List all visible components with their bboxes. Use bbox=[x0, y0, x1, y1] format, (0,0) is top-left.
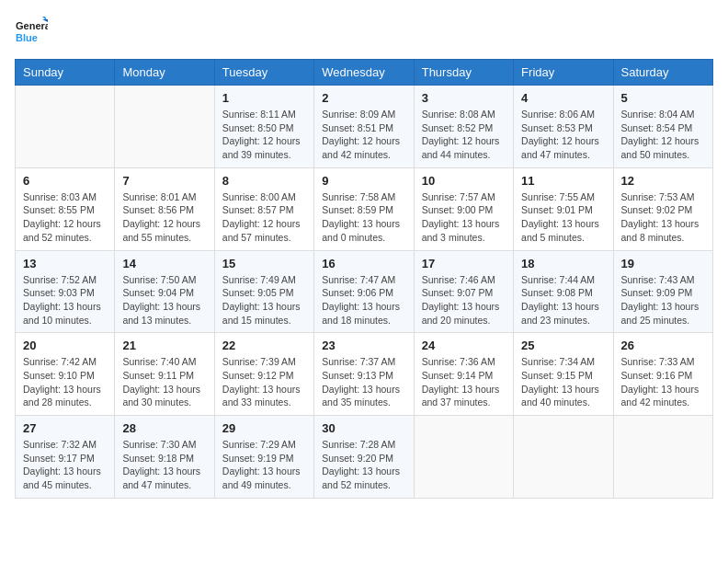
calendar-cell: 6Sunrise: 8:03 AMSunset: 8:55 PMDaylight… bbox=[16, 167, 115, 250]
calendar-cell: 1Sunrise: 8:11 AMSunset: 8:50 PMDaylight… bbox=[214, 86, 313, 168]
calendar-cell bbox=[613, 416, 712, 499]
calendar-header-friday: Friday bbox=[514, 60, 613, 86]
day-number: 9 bbox=[322, 174, 405, 188]
day-number: 22 bbox=[222, 339, 306, 352]
calendar-cell: 8Sunrise: 8:00 AMSunset: 8:57 PMDaylight… bbox=[214, 167, 313, 250]
day-number: 26 bbox=[621, 339, 705, 352]
calendar-week-2: 6Sunrise: 8:03 AMSunset: 8:55 PMDaylight… bbox=[16, 167, 713, 250]
day-number: 25 bbox=[521, 339, 605, 352]
day-number: 18 bbox=[521, 257, 605, 270]
calendar-table: SundayMondayTuesdayWednesdayThursdayFrid… bbox=[15, 59, 713, 499]
day-number: 27 bbox=[23, 421, 107, 435]
calendar-header-wednesday: Wednesday bbox=[314, 60, 414, 86]
calendar-header-tuesday: Tuesday bbox=[214, 60, 313, 86]
logo: General Blue bbox=[15, 15, 48, 48]
day-number: 30 bbox=[322, 421, 405, 435]
day-info: Sunrise: 7:46 AMSunset: 9:07 PMDaylight:… bbox=[422, 273, 506, 327]
day-number: 19 bbox=[621, 257, 705, 270]
day-info: Sunrise: 7:34 AMSunset: 9:15 PMDaylight:… bbox=[521, 355, 605, 409]
calendar-cell: 20Sunrise: 7:42 AMSunset: 9:10 PMDayligh… bbox=[16, 333, 115, 416]
calendar-cell: 7Sunrise: 8:01 AMSunset: 8:56 PMDaylight… bbox=[115, 167, 214, 250]
calendar-week-5: 27Sunrise: 7:32 AMSunset: 9:17 PMDayligh… bbox=[16, 416, 713, 499]
calendar-cell: 26Sunrise: 7:33 AMSunset: 9:16 PMDayligh… bbox=[613, 333, 712, 416]
day-number: 5 bbox=[621, 91, 705, 105]
day-info: Sunrise: 7:32 AMSunset: 9:17 PMDaylight:… bbox=[23, 438, 107, 492]
day-number: 4 bbox=[521, 91, 605, 105]
calendar-cell: 29Sunrise: 7:29 AMSunset: 9:19 PMDayligh… bbox=[214, 416, 313, 499]
calendar-cell: 12Sunrise: 7:53 AMSunset: 9:02 PMDayligh… bbox=[613, 167, 712, 250]
logo-svg: General Blue bbox=[15, 15, 48, 48]
day-number: 21 bbox=[122, 339, 206, 352]
calendar-cell: 28Sunrise: 7:30 AMSunset: 9:18 PMDayligh… bbox=[115, 416, 214, 499]
svg-text:General: General bbox=[16, 20, 48, 31]
calendar-cell: 9Sunrise: 7:58 AMSunset: 8:59 PMDaylight… bbox=[314, 167, 414, 250]
day-number: 8 bbox=[222, 174, 306, 188]
day-info: Sunrise: 7:37 AMSunset: 9:13 PMDaylight:… bbox=[322, 355, 405, 409]
day-info: Sunrise: 7:47 AMSunset: 9:06 PMDaylight:… bbox=[322, 273, 405, 327]
calendar-cell: 5Sunrise: 8:04 AMSunset: 8:54 PMDaylight… bbox=[613, 86, 712, 168]
day-number: 20 bbox=[23, 339, 107, 352]
day-number: 13 bbox=[23, 257, 107, 270]
day-info: Sunrise: 8:11 AMSunset: 8:50 PMDaylight:… bbox=[222, 108, 306, 162]
day-info: Sunrise: 7:28 AMSunset: 9:20 PMDaylight:… bbox=[322, 438, 405, 492]
calendar-cell: 14Sunrise: 7:50 AMSunset: 9:04 PMDayligh… bbox=[115, 250, 214, 333]
calendar-cell: 30Sunrise: 7:28 AMSunset: 9:20 PMDayligh… bbox=[314, 416, 414, 499]
calendar-cell: 19Sunrise: 7:43 AMSunset: 9:09 PMDayligh… bbox=[613, 250, 712, 333]
calendar-cell: 18Sunrise: 7:44 AMSunset: 9:08 PMDayligh… bbox=[514, 250, 613, 333]
calendar-cell bbox=[414, 416, 513, 499]
calendar-cell: 13Sunrise: 7:52 AMSunset: 9:03 PMDayligh… bbox=[16, 250, 115, 333]
day-info: Sunrise: 7:40 AMSunset: 9:11 PMDaylight:… bbox=[122, 355, 206, 409]
day-number: 12 bbox=[621, 174, 705, 188]
day-info: Sunrise: 8:03 AMSunset: 8:55 PMDaylight:… bbox=[23, 190, 107, 245]
day-info: Sunrise: 7:55 AMSunset: 9:01 PMDaylight:… bbox=[521, 190, 605, 245]
day-number: 17 bbox=[422, 257, 506, 270]
day-number: 11 bbox=[521, 174, 605, 188]
calendar-cell bbox=[115, 86, 214, 168]
day-info: Sunrise: 8:01 AMSunset: 8:56 PMDaylight:… bbox=[122, 190, 206, 245]
calendar-cell: 4Sunrise: 8:06 AMSunset: 8:53 PMDaylight… bbox=[514, 86, 613, 168]
day-info: Sunrise: 7:57 AMSunset: 9:00 PMDaylight:… bbox=[422, 190, 506, 245]
calendar-header-monday: Monday bbox=[115, 60, 214, 86]
calendar-cell: 17Sunrise: 7:46 AMSunset: 9:07 PMDayligh… bbox=[414, 250, 513, 333]
day-number: 3 bbox=[422, 91, 506, 105]
day-info: Sunrise: 7:42 AMSunset: 9:10 PMDaylight:… bbox=[23, 355, 107, 409]
day-number: 16 bbox=[322, 257, 405, 270]
day-number: 2 bbox=[322, 91, 405, 105]
calendar-cell: 3Sunrise: 8:08 AMSunset: 8:52 PMDaylight… bbox=[414, 86, 513, 168]
day-info: Sunrise: 7:29 AMSunset: 9:19 PMDaylight:… bbox=[222, 438, 306, 492]
calendar-cell bbox=[16, 86, 115, 168]
day-info: Sunrise: 8:00 AMSunset: 8:57 PMDaylight:… bbox=[222, 190, 306, 245]
day-info: Sunrise: 7:43 AMSunset: 9:09 PMDaylight:… bbox=[621, 273, 705, 327]
page-header: General Blue bbox=[15, 15, 713, 48]
calendar-header-row: SundayMondayTuesdayWednesdayThursdayFrid… bbox=[16, 60, 713, 86]
calendar-cell: 23Sunrise: 7:37 AMSunset: 9:13 PMDayligh… bbox=[314, 333, 414, 416]
day-number: 6 bbox=[23, 174, 107, 188]
svg-text:Blue: Blue bbox=[16, 32, 38, 43]
calendar-cell: 11Sunrise: 7:55 AMSunset: 9:01 PMDayligh… bbox=[514, 167, 613, 250]
day-number: 24 bbox=[422, 339, 506, 352]
day-number: 15 bbox=[222, 257, 306, 270]
day-info: Sunrise: 7:44 AMSunset: 9:08 PMDaylight:… bbox=[521, 273, 605, 327]
calendar-cell: 21Sunrise: 7:40 AMSunset: 9:11 PMDayligh… bbox=[115, 333, 214, 416]
calendar-cell: 24Sunrise: 7:36 AMSunset: 9:14 PMDayligh… bbox=[414, 333, 513, 416]
day-info: Sunrise: 7:52 AMSunset: 9:03 PMDaylight:… bbox=[23, 273, 107, 327]
day-number: 23 bbox=[322, 339, 405, 352]
day-info: Sunrise: 7:30 AMSunset: 9:18 PMDaylight:… bbox=[122, 438, 206, 492]
day-number: 29 bbox=[222, 421, 306, 435]
day-number: 7 bbox=[122, 174, 206, 188]
day-info: Sunrise: 8:08 AMSunset: 8:52 PMDaylight:… bbox=[422, 108, 506, 162]
day-number: 28 bbox=[122, 421, 206, 435]
day-info: Sunrise: 8:06 AMSunset: 8:53 PMDaylight:… bbox=[521, 108, 605, 162]
calendar-header-thursday: Thursday bbox=[414, 60, 513, 86]
day-info: Sunrise: 7:53 AMSunset: 9:02 PMDaylight:… bbox=[621, 190, 705, 245]
calendar-week-3: 13Sunrise: 7:52 AMSunset: 9:03 PMDayligh… bbox=[16, 250, 713, 333]
day-info: Sunrise: 8:09 AMSunset: 8:51 PMDaylight:… bbox=[322, 108, 405, 162]
calendar-cell: 27Sunrise: 7:32 AMSunset: 9:17 PMDayligh… bbox=[16, 416, 115, 499]
calendar-header-sunday: Sunday bbox=[16, 60, 115, 86]
calendar-cell: 16Sunrise: 7:47 AMSunset: 9:06 PMDayligh… bbox=[314, 250, 414, 333]
day-number: 1 bbox=[222, 91, 306, 105]
calendar-week-4: 20Sunrise: 7:42 AMSunset: 9:10 PMDayligh… bbox=[16, 333, 713, 416]
day-info: Sunrise: 7:36 AMSunset: 9:14 PMDaylight:… bbox=[422, 355, 506, 409]
calendar-cell: 15Sunrise: 7:49 AMSunset: 9:05 PMDayligh… bbox=[214, 250, 313, 333]
calendar-cell: 22Sunrise: 7:39 AMSunset: 9:12 PMDayligh… bbox=[214, 333, 313, 416]
